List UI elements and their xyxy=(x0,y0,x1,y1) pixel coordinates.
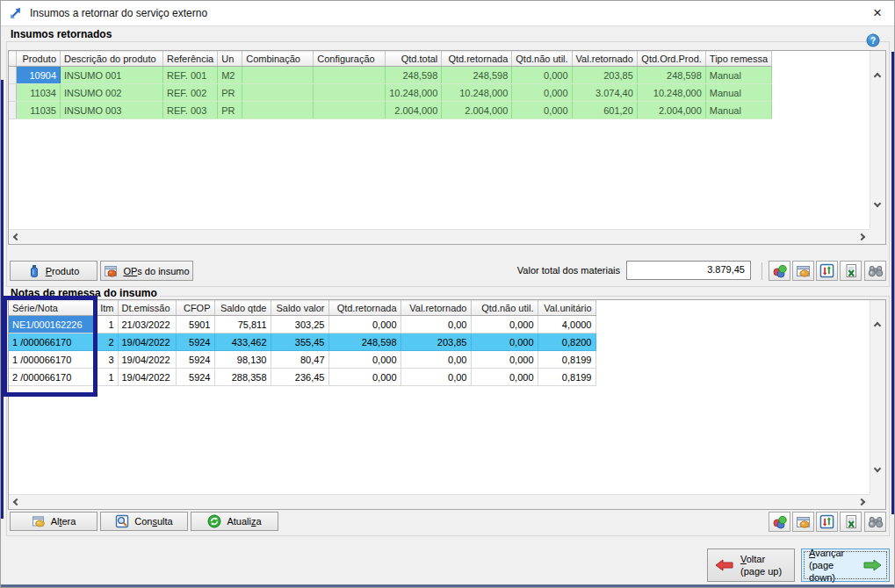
cell[interactable]: 2.004,000 xyxy=(386,102,442,119)
scroll-left-icon[interactable] xyxy=(13,498,20,506)
cell[interactable]: 0,000 xyxy=(328,316,401,333)
cell[interactable]: 21/03/2022 xyxy=(118,316,176,333)
cell[interactable]: 10.248,000 xyxy=(386,84,442,102)
cell[interactable]: REF. 001 xyxy=(163,67,218,84)
cell[interactable]: Manual xyxy=(705,84,771,102)
column-header[interactable]: Qtd.Ord.Prod. xyxy=(637,52,705,67)
cell[interactable]: 5924 xyxy=(176,333,214,351)
column-header[interactable]: Saldo valor xyxy=(271,301,328,316)
cell[interactable]: 0,000 xyxy=(471,351,538,369)
voltar-button[interactable]: Voltar (page up) xyxy=(707,549,795,582)
cell[interactable]: 248,598 xyxy=(386,67,442,84)
cell[interactable]: 203,85 xyxy=(401,333,471,351)
binoculars-search-button[interactable] xyxy=(864,261,886,281)
cell[interactable]: 0,00 xyxy=(401,351,471,369)
cell[interactable]: 0,000 xyxy=(512,67,572,84)
cell[interactable]: 2.004,000 xyxy=(442,102,512,119)
ops-window-button[interactable] xyxy=(792,512,814,532)
column-header[interactable]: Un xyxy=(218,52,242,67)
row-selector[interactable] xyxy=(9,84,17,102)
cell[interactable]: 355,45 xyxy=(271,333,328,351)
atualiza-button[interactable]: Atualiza xyxy=(191,512,278,531)
cell[interactable]: INSUMO 003 xyxy=(61,102,163,119)
column-header[interactable]: Qtd.não util. xyxy=(471,301,538,316)
cell[interactable]: 98,130 xyxy=(214,351,271,369)
total-materiais-field[interactable]: 3.879,45 xyxy=(626,261,751,280)
cell[interactable]: PR xyxy=(218,84,242,102)
cell[interactable]: 2.004,000 xyxy=(637,102,705,119)
cell[interactable] xyxy=(314,102,386,119)
cell[interactable]: 11035 xyxy=(17,102,61,119)
cell[interactable]: 80,47 xyxy=(271,351,328,369)
insumos-vertical-scrollbar[interactable] xyxy=(870,51,885,229)
scroll-right-icon[interactable] xyxy=(858,233,865,240)
cell[interactable]: 248,598 xyxy=(328,333,401,351)
notas-horizontal-scrollbar[interactable] xyxy=(9,494,870,509)
cell[interactable]: M2 xyxy=(218,67,242,84)
cell[interactable]: 3 xyxy=(95,351,118,369)
sort-rows-button[interactable] xyxy=(816,261,838,281)
cell[interactable]: 1 /000066170 xyxy=(9,351,95,369)
column-header[interactable]: Referência xyxy=(163,52,218,67)
column-header[interactable]: Val.unitário xyxy=(538,301,595,316)
cell[interactable]: 0,000 xyxy=(328,369,401,386)
scroll-left-icon[interactable] xyxy=(13,233,20,240)
cell[interactable]: 433,462 xyxy=(214,333,271,351)
cell[interactable]: 11034 xyxy=(17,84,61,102)
cell[interactable] xyxy=(242,102,314,119)
cell[interactable]: 236,45 xyxy=(271,369,328,386)
cell[interactable]: 5924 xyxy=(176,369,214,386)
cell[interactable] xyxy=(314,67,386,84)
cell[interactable]: 0,000 xyxy=(471,316,538,333)
cell[interactable]: 0,000 xyxy=(471,369,538,386)
column-header[interactable]: Descrição do produto xyxy=(61,52,163,67)
column-header[interactable]: Dt.emissão xyxy=(118,301,176,316)
export-excel-button[interactable] xyxy=(840,261,862,281)
cell[interactable]: 203,85 xyxy=(572,67,637,84)
cell[interactable]: REF. 002 xyxy=(163,84,218,102)
cell[interactable]: 0,8199 xyxy=(538,351,595,369)
column-header[interactable]: Qtd.retornada xyxy=(442,52,512,67)
avancar-button[interactable]: Avançar (page down) xyxy=(801,549,890,582)
cell[interactable]: INSUMO 002 xyxy=(61,84,163,102)
cell[interactable]: 1 xyxy=(95,316,118,333)
cell[interactable]: 601,20 xyxy=(572,102,637,119)
cell[interactable]: NE1/000162226 xyxy=(9,316,95,333)
sort-rows-button[interactable] xyxy=(816,512,838,532)
scroll-right-icon[interactable] xyxy=(858,498,865,506)
notas-vertical-scrollbar[interactable] xyxy=(870,300,885,494)
cell[interactable]: 0,00 xyxy=(401,316,471,333)
ops-do-insumo-button[interactable]: OPs do insumo xyxy=(100,261,193,281)
cell[interactable]: 2 /000066170 xyxy=(9,369,95,386)
column-header[interactable]: Série/Nota xyxy=(9,301,95,316)
cell[interactable]: 10.248,000 xyxy=(637,84,705,102)
close-icon[interactable]: × xyxy=(873,4,882,22)
column-header[interactable]: CFOP xyxy=(176,301,214,316)
cell[interactable]: 288,358 xyxy=(214,369,271,386)
scroll-up-icon[interactable] xyxy=(874,322,881,329)
scroll-up-icon[interactable] xyxy=(874,73,881,80)
cell[interactable]: REF. 003 xyxy=(163,102,218,119)
cell[interactable]: Manual xyxy=(705,67,771,84)
colors-legend-button[interactable] xyxy=(769,261,790,281)
cell[interactable]: 1 /000066170 xyxy=(9,333,95,351)
cell[interactable]: 0,000 xyxy=(328,351,401,369)
scroll-down-icon[interactable] xyxy=(874,465,881,472)
cell[interactable]: Manual xyxy=(705,102,771,119)
column-header[interactable]: Produto xyxy=(17,52,61,67)
consulta-button[interactable]: Consulta xyxy=(100,512,188,531)
column-header[interactable]: Qtd.retornada xyxy=(328,301,401,316)
column-header[interactable]: Qtd.não util. xyxy=(512,52,572,67)
export-excel-button[interactable] xyxy=(840,512,862,532)
cell[interactable]: 0,8199 xyxy=(538,369,595,386)
column-header[interactable]: Configuração xyxy=(314,52,386,67)
cell[interactable]: PR xyxy=(218,102,242,119)
cell[interactable]: 0,000 xyxy=(512,102,572,119)
cell[interactable]: 248,598 xyxy=(637,67,705,84)
cell[interactable]: 303,25 xyxy=(271,316,328,333)
cell[interactable] xyxy=(242,67,314,84)
cell[interactable]: 0,000 xyxy=(512,84,572,102)
column-header[interactable]: Qtd.total xyxy=(386,52,442,67)
ops-window-button[interactable] xyxy=(792,261,814,281)
cell[interactable]: 2 xyxy=(95,333,118,351)
